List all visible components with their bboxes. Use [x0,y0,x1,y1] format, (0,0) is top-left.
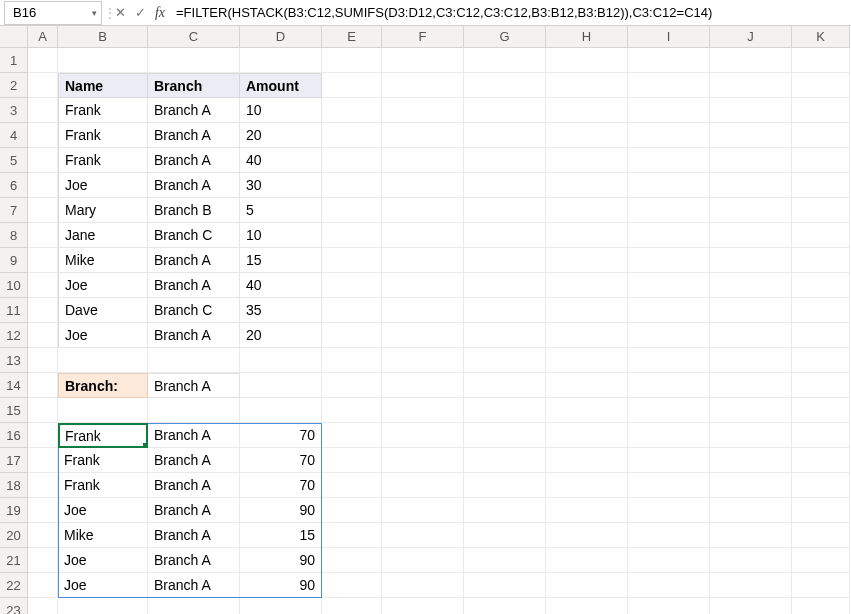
cell-E16[interactable] [322,423,382,448]
cell-C14[interactable]: Branch A [148,373,240,398]
cell-D20[interactable]: 15 [240,523,322,548]
cell-I15[interactable] [628,398,710,423]
cell-E13[interactable] [322,348,382,373]
cell-K5[interactable] [792,148,850,173]
cell-C22[interactable]: Branch A [148,573,240,598]
cell-D16[interactable]: 70 [240,423,322,448]
cell-H2[interactable] [546,73,628,98]
cell-I1[interactable] [628,48,710,73]
row-header-21[interactable]: 21 [0,548,28,573]
cell-D1[interactable] [240,48,322,73]
column-header-G[interactable]: G [464,26,546,48]
cell-K21[interactable] [792,548,850,573]
cell-B4[interactable]: Frank [58,123,148,148]
cell-H6[interactable] [546,173,628,198]
cell-F17[interactable] [382,448,464,473]
cell-B16[interactable]: Frank [58,423,148,448]
cell-J7[interactable] [710,198,792,223]
cell-J19[interactable] [710,498,792,523]
cell-J13[interactable] [710,348,792,373]
cell-B21[interactable]: Joe [58,548,148,573]
cell-E18[interactable] [322,473,382,498]
cell-G4[interactable] [464,123,546,148]
cell-F1[interactable] [382,48,464,73]
cell-K1[interactable] [792,48,850,73]
cell-B11[interactable]: Dave [58,298,148,323]
cell-D9[interactable]: 15 [240,248,322,273]
cell-H19[interactable] [546,498,628,523]
cell-A16[interactable] [28,423,58,448]
cell-D18[interactable]: 70 [240,473,322,498]
cell-H20[interactable] [546,523,628,548]
cell-D6[interactable]: 30 [240,173,322,198]
cell-D2[interactable]: Amount [240,73,322,98]
column-header-E[interactable]: E [322,26,382,48]
cell-C11[interactable]: Branch C [148,298,240,323]
cell-K16[interactable] [792,423,850,448]
row-header-20[interactable]: 20 [0,523,28,548]
cell-E3[interactable] [322,98,382,123]
cell-H3[interactable] [546,98,628,123]
fill-handle[interactable] [143,443,148,448]
row-header-19[interactable]: 19 [0,498,28,523]
cell-D22[interactable]: 90 [240,573,322,598]
cell-E10[interactable] [322,273,382,298]
cell-B6[interactable]: Joe [58,173,148,198]
cell-B20[interactable]: Mike [58,523,148,548]
cell-E15[interactable] [322,398,382,423]
cell-I13[interactable] [628,348,710,373]
cell-D19[interactable]: 90 [240,498,322,523]
cell-C18[interactable]: Branch A [148,473,240,498]
cell-K13[interactable] [792,348,850,373]
row-header-3[interactable]: 3 [0,98,28,123]
cell-E9[interactable] [322,248,382,273]
cell-F20[interactable] [382,523,464,548]
cell-K3[interactable] [792,98,850,123]
cell-J6[interactable] [710,173,792,198]
cell-C12[interactable]: Branch A [148,323,240,348]
cell-A5[interactable] [28,148,58,173]
cell-H4[interactable] [546,123,628,148]
cell-J3[interactable] [710,98,792,123]
cell-H5[interactable] [546,148,628,173]
cell-H9[interactable] [546,248,628,273]
cell-C8[interactable]: Branch C [148,223,240,248]
column-header-I[interactable]: I [628,26,710,48]
cell-I11[interactable] [628,298,710,323]
cell-K23[interactable] [792,598,850,614]
cell-C17[interactable]: Branch A [148,448,240,473]
cell-E11[interactable] [322,298,382,323]
cell-F22[interactable] [382,573,464,598]
cell-F5[interactable] [382,148,464,173]
cell-H7[interactable] [546,198,628,223]
cell-B10[interactable]: Joe [58,273,148,298]
cell-A14[interactable] [28,373,58,398]
formula-input[interactable]: =FILTER(HSTACK(B3:C12,SUMIFS(D3:D12,C3:C… [170,1,851,25]
cell-H11[interactable] [546,298,628,323]
cell-C23[interactable] [148,598,240,614]
cell-B8[interactable]: Jane [58,223,148,248]
cell-G2[interactable] [464,73,546,98]
column-header-F[interactable]: F [382,26,464,48]
cell-D12[interactable]: 20 [240,323,322,348]
cell-I10[interactable] [628,273,710,298]
cell-E14[interactable] [322,373,382,398]
cell-G16[interactable] [464,423,546,448]
cell-K22[interactable] [792,573,850,598]
cell-D21[interactable]: 90 [240,548,322,573]
cell-A12[interactable] [28,323,58,348]
cell-E2[interactable] [322,73,382,98]
cell-I12[interactable] [628,323,710,348]
cell-J16[interactable] [710,423,792,448]
cell-B2[interactable]: Name [58,73,148,98]
cell-A1[interactable] [28,48,58,73]
cell-A20[interactable] [28,523,58,548]
cell-F13[interactable] [382,348,464,373]
cell-B22[interactable]: Joe [58,573,148,598]
cell-E19[interactable] [322,498,382,523]
cell-F18[interactable] [382,473,464,498]
cell-A3[interactable] [28,98,58,123]
cell-E7[interactable] [322,198,382,223]
cell-G5[interactable] [464,148,546,173]
cell-B1[interactable] [58,48,148,73]
